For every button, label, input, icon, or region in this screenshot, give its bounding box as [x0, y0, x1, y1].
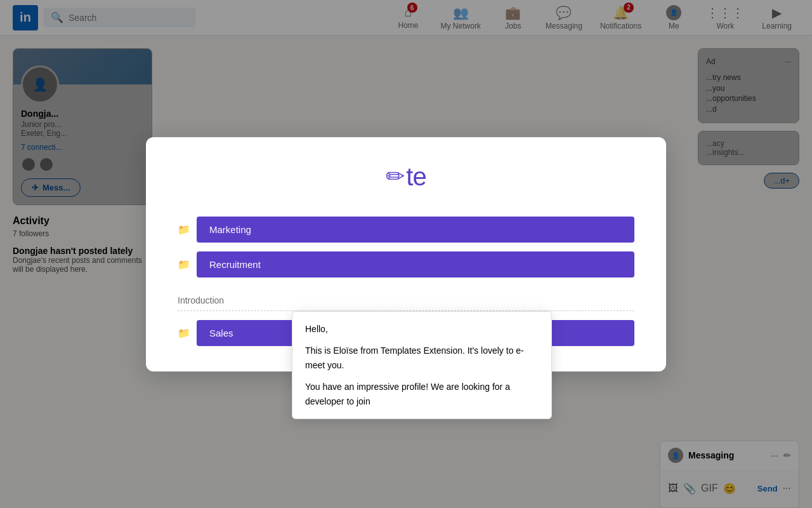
marketing-button[interactable]: Marketing: [197, 217, 634, 243]
logo-text: te: [406, 163, 426, 191]
marketing-folder-icon: 📁: [178, 224, 190, 236]
modal-overlay[interactable]: ✏ te 📁 Marketing 📁 Recruitment: [0, 0, 812, 508]
logo-pencil-icon: ✏: [386, 163, 405, 190]
sales-label: Sales: [209, 328, 233, 338]
intro-label: Introduction: [178, 295, 224, 305]
sales-folder-icon: 📁: [178, 327, 190, 339]
preview-popup: Hello, This is Eloïse from Templates Ext…: [292, 311, 552, 419]
marketing-label: Marketing: [209, 224, 251, 235]
intro-section: Introduction: [178, 295, 634, 311]
recruitment-row: 📁 Recruitment: [178, 251, 634, 277]
recruitment-button[interactable]: Recruitment: [197, 251, 634, 277]
marketing-row: 📁 Marketing: [178, 217, 634, 243]
modal-logo: ✏ te: [178, 163, 634, 191]
recruitment-folder-icon: 📁: [178, 258, 190, 271]
recruitment-label: Recruitment: [209, 259, 261, 270]
preview-text: Hello, This is Eloïse from Templates Ext…: [305, 322, 539, 408]
preview-line-1: Hello,: [305, 322, 539, 336]
preview-line-3: You have an impressive profile! We are l…: [305, 380, 539, 408]
preview-line-2: This is Eloïse from Templates Extension.…: [305, 344, 539, 372]
intro-header: Introduction: [178, 295, 634, 311]
